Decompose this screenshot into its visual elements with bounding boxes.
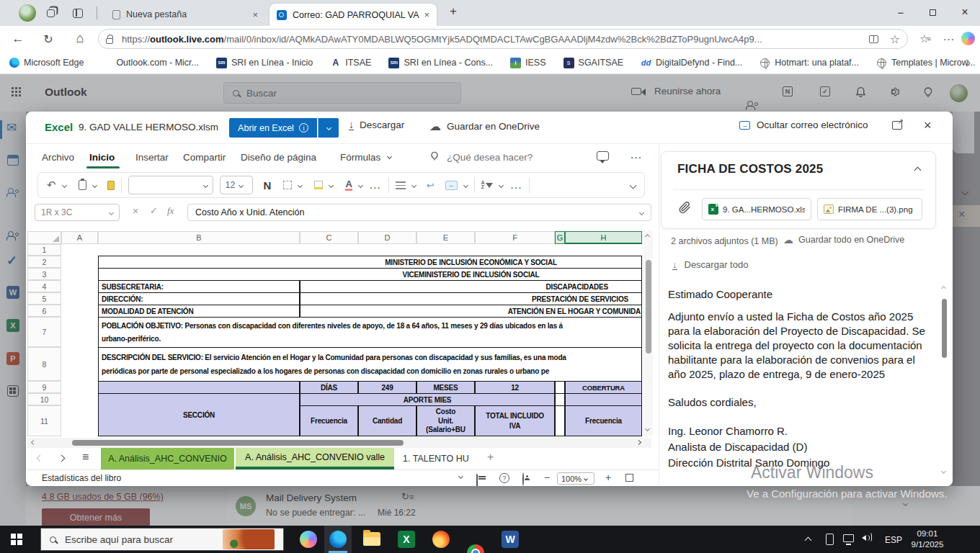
email-scrollbar-thumb[interactable] [942,299,947,358]
status-chevron-icon[interactable] [458,474,463,479]
zoom-level-select[interactable]: 100% [557,472,594,485]
format-painter-icon[interactable] [107,181,115,190]
zoom-out-icon[interactable]: − [544,472,550,483]
attachment-chip[interactable]: x 9. GA...HERMOSO.xlsm [702,198,811,220]
bookmark-item[interactable]: Hotmart: una plataf... [760,58,859,68]
favorite-star-icon[interactable]: ☆ [890,32,900,46]
merge-cells-icon[interactable]: ↔ [445,181,458,190]
align-icon[interactable] [396,181,406,189]
email-scroll-down-icon[interactable] [941,469,946,474]
fullscreen-icon[interactable] [625,474,633,482]
zoom-in-icon[interactable]: + [605,472,611,483]
sheet-tab[interactable]: A. Análisis_AHC_CONVENIO [101,448,234,469]
cell-descripcion[interactable]: DESCRIPCIÓN DEL SERVICIO: El servicio At… [98,347,642,382]
sort-filter-icon[interactable]: AZ [481,181,494,190]
h-scrollbar[interactable] [27,438,651,448]
ribbon-more-icon[interactable]: … [630,153,643,157]
window-close-button[interactable]: × [950,0,980,24]
cell-meses-value[interactable]: 12 [475,381,555,394]
vertical-tabs-icon[interactable] [72,7,84,19]
font-size-select[interactable]: 12 [220,176,253,194]
cell-poblacion[interactable]: POBLACIÓN OBJETIVO: Personas con discapa… [98,317,642,348]
attachment-chip[interactable]: FIRMA DE ...(3).png [817,198,922,220]
cell-meses-label[interactable]: MESES [416,381,475,394]
window-minimize-button[interactable]: − [885,0,917,24]
row-header[interactable]: 11 [27,405,61,436]
h-scroll-thumb[interactable] [72,440,404,446]
font-color-icon[interactable]: A [345,179,352,191]
sheet-tab-active[interactable]: A. Análisis_AHC_CONVENIO valle [236,448,394,469]
window-restore-button[interactable] [917,0,948,24]
row-header[interactable]: 9 [27,381,61,393]
ribbon-collapse-icon[interactable] [630,181,637,189]
tray-clock[interactable]: 09:01 9/1/2025 [906,529,948,550]
column-header[interactable]: H [565,231,642,244]
browser-tab-inactive[interactable]: Nueva pestaña × [105,4,265,25]
row-header[interactable]: 2 [27,256,61,268]
reload-icon[interactable]: ↻ [40,31,56,47]
cell-modalidad-value[interactable]: ATENCIÓN EN EL HOGAR Y COMUNIDA [300,305,642,318]
tab-archivo[interactable]: Archivo [42,152,74,163]
search-highlight-image[interactable] [223,529,275,549]
paste-icon[interactable] [79,180,86,190]
tray-volume-icon[interactable] [862,534,872,541]
row-header[interactable]: 1 [27,244,61,256]
undo-icon[interactable]: ↶ [47,179,56,192]
add-sheet-icon[interactable]: + [487,451,494,464]
bookmark-item[interactable]: Outlook.com - Micr... [101,58,199,68]
cell-gap[interactable] [555,393,565,406]
tab-close-icon[interactable]: × [252,9,258,20]
column-header[interactable]: G [555,231,565,244]
tell-me-input[interactable]: ¿Qué desea hacer? [447,152,533,163]
workbook-statistics[interactable]: Estadísticas del libro [42,473,121,483]
tray-expand-icon[interactable] [805,537,812,544]
cell-dias-value[interactable]: 249 [358,381,416,394]
bookmark-item[interactable]: A ITSAE [330,58,371,68]
row-header[interactable]: 4 [27,280,61,292]
open-in-excel-dropdown[interactable] [318,118,339,138]
browser-menu-icon[interactable]: … [943,35,956,39]
toolbar-more-icon[interactable]: … [509,183,522,187]
copilot-icon[interactable] [961,32,975,45]
cancel-icon[interactable]: × [133,205,138,217]
tray-language[interactable]: ESP [885,535,902,545]
name-box[interactable]: 1R x 3C [35,204,120,221]
popout-icon[interactable]: ↗ [892,121,902,130]
bookmark-item[interactable]: SRI SRI en Línea - Cons... [388,58,493,68]
select-all-corner[interactable] [27,231,61,244]
tray-phone-icon[interactable] [826,534,834,545]
cell-blank[interactable] [98,381,300,394]
cell-modalidad-label[interactable]: MODALIDAD DE ATENCIÓN [98,305,300,318]
accessibility-icon[interactable] [522,472,524,486]
new-tab-button[interactable]: + [450,4,457,19]
taskbar-word-icon[interactable]: W [502,531,519,548]
back-icon[interactable]: ← [10,31,26,47]
comments-icon[interactable] [597,151,609,161]
font-more-icon[interactable]: … [369,183,382,187]
preview-close-icon[interactable]: × [924,118,932,133]
cell-subsecretaria-value[interactable]: DISCAPACIDADES [300,280,642,293]
cell-direccion-value[interactable]: PRESTACIÓN DE SERVICIOS [300,292,642,305]
cell-title2[interactable]: VICEMINISTERIO DE INCLUSIÓN SOCIAL [98,268,642,281]
favorites-bar-icon[interactable]: ☆≡ [919,32,934,46]
sheet-tab-prev-icon[interactable] [37,455,44,462]
cell-dias-label[interactable]: DÍAS [300,381,358,394]
cell-cobertura[interactable]: COBERTURA [565,381,642,394]
grid-vertical-scrollbar[interactable] [643,231,653,436]
cell-gap[interactable] [555,381,565,394]
taskbar-copilot-icon[interactable] [300,531,317,548]
tab-diseno[interactable]: Diseño de página [241,152,316,163]
cell-gap[interactable] [555,405,565,436]
bookmark-item[interactable]: SRI SRI en Línea - Inicio [216,58,313,68]
download-button[interactable]: ↓ Descargar [349,120,404,130]
bookmark-item[interactable]: I IESS [510,58,546,68]
column-header[interactable]: B [98,231,300,244]
chrome-icon[interactable] [467,544,484,553]
column-header[interactable]: D [358,231,416,244]
wrap-text-icon[interactable]: ↩ [427,180,435,191]
file-explorer-icon[interactable] [363,532,380,546]
cell-subsecretaria-label[interactable]: SUBSECRETARIA: [98,280,300,293]
bookmark-item[interactable]: dd DigitalDefynd - Find... [641,58,742,68]
cell-aporte-mies[interactable]: APORTE MIES [300,393,555,406]
browser-profile-avatar[interactable] [19,4,36,22]
